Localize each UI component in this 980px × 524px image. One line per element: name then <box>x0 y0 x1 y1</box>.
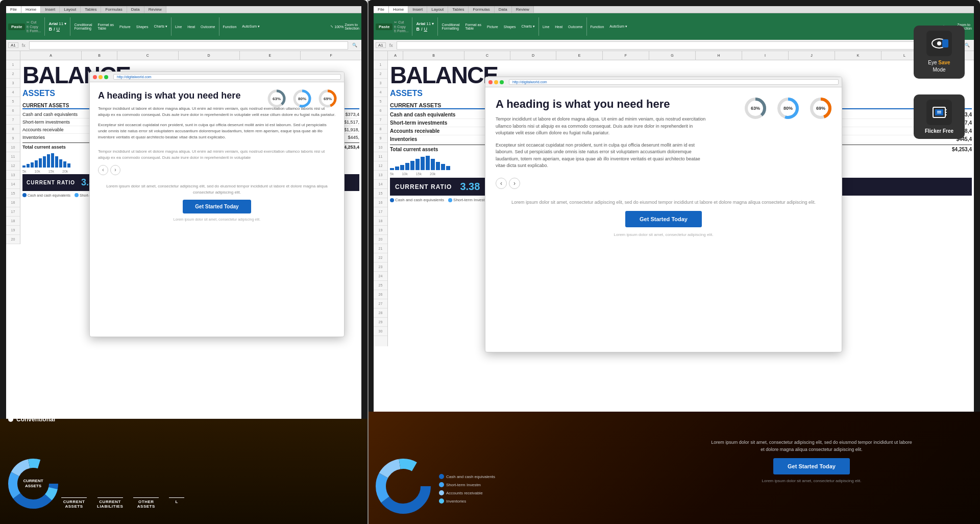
tab-file[interactable]: File <box>6 6 21 13</box>
shapes-btn[interactable]: Shapes <box>136 25 149 29</box>
heat-btn-right[interactable]: Heat <box>555 25 562 29</box>
expand-icon[interactable]: ⤡ <box>330 25 333 29</box>
line-btn-right[interactable]: Line <box>543 25 549 29</box>
italic-btn[interactable]: I <box>54 27 55 32</box>
tab-formulas[interactable]: Formulas <box>101 6 127 13</box>
bold-btn[interactable]: B <box>48 27 52 32</box>
tab-data-right[interactable]: Data <box>495 6 512 13</box>
dark-lorem-text: Lorem ipsum dolor sit amet, consectetur … <box>709 439 914 453</box>
paste-btn[interactable]: Paste <box>8 23 25 30</box>
legend-bottom-r3: Accounts receivable <box>439 490 495 495</box>
carousel-prev-right[interactable]: ‹ <box>496 178 507 189</box>
bottom-label-other-assets: OTHERASSETS <box>133 497 159 509</box>
conditional-formatting-btn[interactable]: ConditionalFormatting <box>74 23 92 30</box>
get-started-btn-left[interactable]: Get Started Today <box>183 200 251 213</box>
font-name-right[interactable]: Arial <box>416 21 425 26</box>
font-name[interactable]: Arial <box>48 21 58 26</box>
autosum-btn[interactable]: AutoSum ▾ <box>242 25 260 29</box>
svg-rect-29 <box>935 109 943 115</box>
zoom-btn[interactable]: 100% <box>334 25 344 29</box>
picture-btn-right[interactable]: Picture <box>487 25 498 29</box>
cut-btn[interactable]: ✂ Cut <box>27 20 41 25</box>
copy-btn[interactable]: ⎘ Copy <box>27 25 41 29</box>
tab-home-right[interactable]: Home <box>389 6 408 13</box>
tab-file-right[interactable]: File <box>374 6 389 13</box>
minimize-btn-left[interactable] <box>99 75 103 79</box>
conditional-formatting-btn-right[interactable]: ConditionalFormatting <box>442 23 459 30</box>
format-as-table-btn-right[interactable]: Format asTable <box>465 23 481 30</box>
eye-saver-label: EYE SAVER MODE ON - Low blue light <box>376 400 496 408</box>
cell-reference-right[interactable]: A1 <box>376 42 386 48</box>
tab-layout-right[interactable]: Layout <box>427 6 448 13</box>
tab-data[interactable]: Data <box>127 6 144 13</box>
paste-btn-right[interactable]: Paste <box>376 23 393 30</box>
underline-btn[interactable]: U <box>57 27 60 32</box>
tab-formulas-right[interactable]: Formulas <box>469 6 494 13</box>
function-btn-right[interactable]: Function <box>591 25 604 29</box>
bar-r12 <box>446 166 450 170</box>
total-value-right: $4,253,4 <box>939 147 972 152</box>
underline-btn-right[interactable]: U <box>424 27 428 32</box>
tab-insert[interactable]: Insert <box>41 6 60 13</box>
carousel-next-left[interactable]: › <box>110 165 120 175</box>
url-bar-right[interactable]: http://digitalworld.com <box>509 79 839 85</box>
zoom-to-selection-btn[interactable]: Zoom toSelection <box>345 23 359 30</box>
outcome-btn[interactable]: Outcome <box>201 25 215 29</box>
dark-get-started-btn[interactable]: Get Started Today <box>773 458 850 474</box>
maximize-btn-left[interactable] <box>104 75 108 79</box>
function-btn[interactable]: Function <box>223 25 237 29</box>
chart-label-20k: 20k <box>62 170 68 173</box>
current-assets-label: CURRENT ASSETS <box>22 103 69 108</box>
tab-home[interactable]: Home <box>21 6 41 13</box>
carousel-prev-left[interactable]: ‹ <box>98 165 108 175</box>
charts-btn[interactable]: Charts ▾ <box>154 25 168 29</box>
shapes-btn-right[interactable]: Shapes <box>504 25 516 29</box>
format-as-table-btn[interactable]: Format asTable <box>97 23 114 30</box>
browser-controls-right[interactable] <box>488 80 504 84</box>
col-e: E <box>240 51 301 60</box>
maximize-btn-right[interactable] <box>500 80 504 84</box>
line-btn[interactable]: Line <box>175 25 182 29</box>
close-btn-left[interactable] <box>93 75 97 79</box>
bold-btn-right[interactable]: B <box>416 27 420 32</box>
font-size[interactable]: 11 ▾ <box>59 21 66 26</box>
eye-save-icon <box>930 34 948 53</box>
formula-input-right[interactable] <box>397 41 961 50</box>
tab-review-right[interactable]: Review <box>512 6 534 13</box>
cut-btn-right[interactable]: ✂ Cut <box>394 20 408 25</box>
tab-layout[interactable]: Layout <box>60 6 81 13</box>
current-assets-label-right: CURRENT ASSETS <box>390 102 441 108</box>
carousel-next-right[interactable]: › <box>509 178 520 189</box>
picture-btn[interactable]: Picture <box>119 25 131 29</box>
heat-btn[interactable]: Heat <box>187 25 195 29</box>
autosum-btn-right[interactable]: AutoSum ▾ <box>609 25 627 29</box>
tab-tables-right[interactable]: Tables <box>448 6 469 13</box>
charts-btn-right[interactable]: Charts ▾ <box>522 25 535 29</box>
outcome-btn-right[interactable]: Outcome <box>568 25 582 29</box>
legend-label-1: Cash and cash equivalents <box>28 194 70 197</box>
copy-btn-right[interactable]: ⎘ Copy <box>394 25 408 29</box>
url-bar-left[interactable]: http://digitalworld.com <box>113 74 341 80</box>
row-4-num: 4 <box>6 88 20 97</box>
tab-insert-right[interactable]: Insert <box>408 6 427 13</box>
close-btn-right[interactable] <box>488 80 493 84</box>
left-panel: File Home Insert Layout Tables Formulas … <box>0 0 368 524</box>
formula-input[interactable] <box>29 41 348 50</box>
row-1-num: 1 <box>6 60 20 69</box>
format-copy-btn-right[interactable]: ⎘ Form... <box>394 29 408 33</box>
browser-controls-left[interactable] <box>93 75 108 79</box>
get-started-btn-right[interactable]: Get Started Today <box>625 211 702 227</box>
search-icon[interactable]: 🔍 <box>350 43 359 47</box>
column-headers: A B C D E F <box>6 51 361 60</box>
font-size-right[interactable]: 11 ▾ <box>426 21 434 26</box>
tab-tables[interactable]: Tables <box>81 6 101 13</box>
donut-2-left: 80% <box>292 88 312 109</box>
cell-reference[interactable]: A1 <box>8 42 18 48</box>
format-copy-btn[interactable]: ⎘ Form... <box>27 29 41 33</box>
tab-review[interactable]: Review <box>144 6 166 13</box>
col-k-right: K <box>835 51 881 60</box>
italic-btn-right[interactable]: I <box>421 27 423 32</box>
minimize-btn-right[interactable] <box>494 80 498 84</box>
conventional-dot <box>8 417 13 422</box>
browser-text3-left: Tempor incididunt ut labore et dolore ma… <box>98 149 336 161</box>
